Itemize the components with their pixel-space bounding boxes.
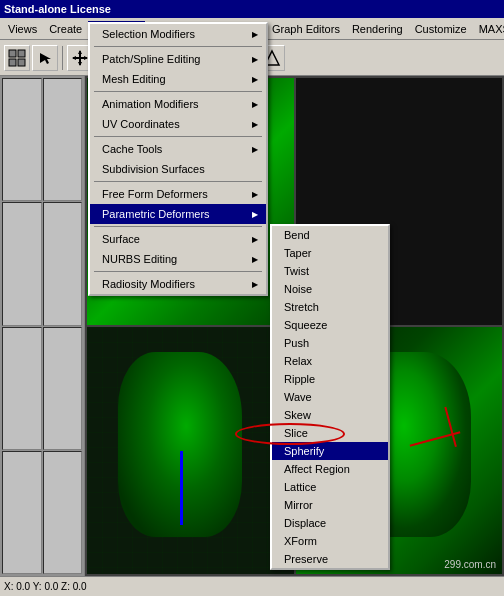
menu-item-radiosity[interactable]: Radiosity Modifiers ▶ <box>90 274 266 294</box>
menu-item-mesh[interactable]: Mesh Editing ▶ <box>90 69 266 89</box>
sub-menu-slice[interactable]: Slice <box>272 424 388 442</box>
panel-cell-5 <box>2 327 42 450</box>
viewport-left[interactable] <box>87 327 294 574</box>
menu-item-animation[interactable]: Animation Modifiers ▶ <box>90 94 266 114</box>
sub-menu-lattice[interactable]: Lattice <box>272 478 388 496</box>
svg-marker-8 <box>72 56 76 60</box>
arrow-icon: ▶ <box>252 55 258 64</box>
sub-menu-push[interactable]: Push <box>272 334 388 352</box>
menu-rendering[interactable]: Rendering <box>346 21 409 37</box>
sub-menu-ripple[interactable]: Ripple <box>272 370 388 388</box>
sub-menu-bend[interactable]: Bend <box>272 226 388 244</box>
arrow-icon: ▶ <box>252 190 258 199</box>
menu-item-selection[interactable]: Selection Modifiers ▶ <box>90 24 266 44</box>
toolbar-btn-arrow[interactable] <box>32 45 58 71</box>
parametric-submenu: Bend Taper Twist Noise Stretch Squeeze P… <box>270 224 390 570</box>
menu-create[interactable]: Create <box>43 21 88 37</box>
panel-cell-7 <box>2 451 42 574</box>
svg-rect-2 <box>9 59 16 66</box>
toolbar-sep-1 <box>62 46 63 70</box>
panel-grid <box>0 76 84 576</box>
menu-item-cache[interactable]: Cache Tools ▶ <box>90 139 266 159</box>
arrow-icon: ▶ <box>252 210 258 219</box>
svg-rect-1 <box>18 50 25 57</box>
coord-display: X: 0.0 Y: 0.0 Z: 0.0 <box>4 581 87 592</box>
sub-menu-relax[interactable]: Relax <box>272 352 388 370</box>
sep-1 <box>94 46 262 47</box>
title-text: Stand-alone License <box>4 3 111 15</box>
sub-menu-mirror[interactable]: Mirror <box>272 496 388 514</box>
toolbar-btn-1[interactable] <box>4 45 30 71</box>
menu-item-parametric[interactable]: Parametric Deformers ▶ <box>90 204 266 224</box>
arrow-icon: ▶ <box>252 280 258 289</box>
sep-4 <box>94 181 262 182</box>
menu-customize[interactable]: Customize <box>409 21 473 37</box>
panel-cell-3 <box>2 202 42 325</box>
menu-item-subdivision[interactable]: Subdivision Surfaces <box>90 159 266 179</box>
sep-2 <box>94 91 262 92</box>
menu-graph-editors[interactable]: Graph Editors <box>266 21 346 37</box>
panel-cell-6 <box>43 327 83 450</box>
svg-marker-7 <box>78 62 82 66</box>
arrow-icon: ▶ <box>252 255 258 264</box>
sep-5 <box>94 226 262 227</box>
title-bar: Stand-alone License <box>0 0 504 18</box>
menu-item-freeform[interactable]: Free Form Deformers ▶ <box>90 184 266 204</box>
panel-cell-4 <box>43 202 83 325</box>
panel-cell-8 <box>43 451 83 574</box>
sub-menu-skew[interactable]: Skew <box>272 406 388 424</box>
panel-cell-2 <box>43 78 83 201</box>
arrow-icon: ▶ <box>252 120 258 129</box>
sub-menu-xform[interactable]: XForm <box>272 532 388 550</box>
sub-menu-stretch[interactable]: Stretch <box>272 298 388 316</box>
sub-menu-affect-region[interactable]: Affect Region <box>272 460 388 478</box>
svg-marker-6 <box>78 50 82 54</box>
menu-item-patch[interactable]: Patch/Spline Editing ▶ <box>90 49 266 69</box>
menu-item-surface[interactable]: Surface ▶ <box>90 229 266 249</box>
sep-6 <box>94 271 262 272</box>
arrow-icon: ▶ <box>252 235 258 244</box>
svg-rect-3 <box>18 59 25 66</box>
watermark: 299.com.cn <box>444 559 496 570</box>
sub-menu-wave[interactable]: Wave <box>272 388 388 406</box>
sub-menu-taper[interactable]: Taper <box>272 244 388 262</box>
panel-cell-1 <box>2 78 42 201</box>
svg-rect-0 <box>9 50 16 57</box>
left-panel <box>0 76 85 576</box>
menu-maxscript[interactable]: MAXScrip <box>473 21 504 37</box>
bottom-bar: X: 0.0 Y: 0.0 Z: 0.0 <box>0 576 504 596</box>
menu-item-nurbs[interactable]: NURBS Editing ▶ <box>90 249 266 269</box>
arrow-icon: ▶ <box>252 30 258 39</box>
sub-menu-displace[interactable]: Displace <box>272 514 388 532</box>
sub-menu-twist[interactable]: Twist <box>272 262 388 280</box>
arrow-icon: ▶ <box>252 75 258 84</box>
menu-views[interactable]: Views <box>2 21 43 37</box>
sub-menu-squeeze[interactable]: Squeeze <box>272 316 388 334</box>
menu-item-uv[interactable]: UV Coordinates ▶ <box>90 114 266 134</box>
sub-menu-spherify[interactable]: Spherify <box>272 442 388 460</box>
modifiers-menu: Selection Modifiers ▶ Patch/Spline Editi… <box>88 22 268 296</box>
arrow-icon: ▶ <box>252 100 258 109</box>
sep-3 <box>94 136 262 137</box>
arrow-icon: ▶ <box>252 145 258 154</box>
sub-menu-noise[interactable]: Noise <box>272 280 388 298</box>
sub-menu-preserve[interactable]: Preserve <box>272 550 388 568</box>
